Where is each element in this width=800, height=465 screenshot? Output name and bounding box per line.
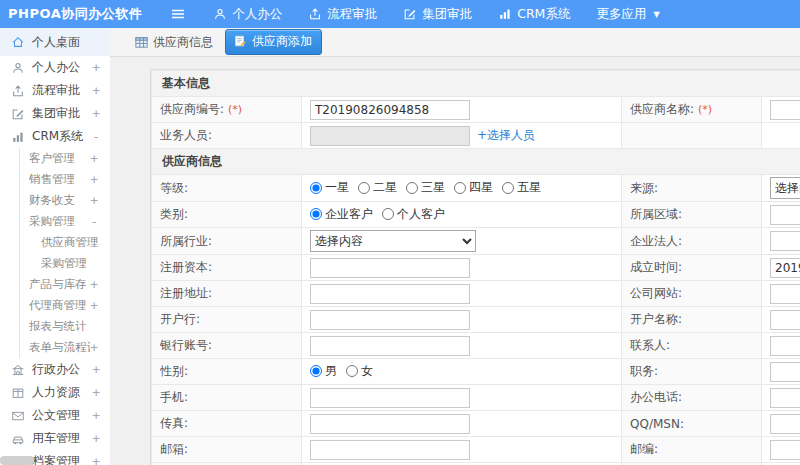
expand-toggle-icon[interactable]: + bbox=[90, 340, 98, 355]
expand-toggle-icon[interactable]: + bbox=[92, 362, 100, 377]
sidebar-item-sales-mgmt[interactable]: 销售管理+ bbox=[19, 169, 110, 190]
sidebar-item-crm-system[interactable]: CRM系统- bbox=[0, 125, 110, 148]
sidebar-item-label: 代理商管理 bbox=[29, 298, 90, 313]
tab-supplier-info[interactable]: 供应商信息 bbox=[134, 34, 213, 51]
account-name-input[interactable] bbox=[770, 310, 800, 330]
field-input-cell bbox=[762, 385, 800, 411]
sidebar-item-product-inventory[interactable]: 产品与库存+ bbox=[19, 274, 110, 295]
gender-radios-radio[interactable] bbox=[346, 365, 358, 377]
level-radios-option[interactable]: 五星 bbox=[502, 179, 541, 196]
website-input[interactable] bbox=[770, 284, 800, 304]
expand-toggle-icon[interactable]: + bbox=[92, 385, 100, 400]
menu-icon[interactable] bbox=[170, 6, 186, 22]
form-row: 开户行:开户名称: bbox=[152, 307, 800, 333]
category-radios-option[interactable]: 企业客户 bbox=[310, 206, 373, 223]
supplier-code-input[interactable] bbox=[310, 100, 470, 120]
expand-toggle-icon[interactable]: - bbox=[92, 129, 100, 144]
registered-capital-input[interactable] bbox=[310, 258, 470, 278]
level-radios-radio[interactable] bbox=[310, 182, 322, 194]
sidebar-item-customer-mgmt[interactable]: 客户管理+ bbox=[19, 148, 110, 169]
category-radios-radio[interactable] bbox=[382, 208, 394, 220]
zip-input[interactable] bbox=[770, 440, 800, 460]
expand-toggle-icon[interactable]: + bbox=[90, 193, 98, 208]
bank-input[interactable] bbox=[310, 310, 470, 330]
field-label-cell: 开户名称: bbox=[622, 307, 762, 333]
staff-input[interactable] bbox=[310, 126, 470, 146]
topnav-workflow-approval[interactable]: 流程审批 bbox=[295, 0, 390, 28]
expand-toggle-icon[interactable]: + bbox=[90, 172, 98, 187]
expand-toggle-icon[interactable]: - bbox=[90, 214, 98, 229]
tab-supplier-add[interactable]: 供应商添加 bbox=[225, 29, 322, 55]
category-radios-radio[interactable] bbox=[310, 208, 322, 220]
form-row: 类别:企业客户个人客户所属区域: bbox=[152, 202, 800, 228]
source-select[interactable]: 选择内容 bbox=[770, 177, 800, 199]
field-label-cell: 所属区域: bbox=[622, 202, 762, 228]
sidebar-scrollbar-thumb[interactable] bbox=[0, 456, 34, 465]
contact-input[interactable] bbox=[770, 336, 800, 356]
sidebar-item-purchase-mgmt[interactable]: 采购管理- bbox=[19, 211, 110, 232]
legal-person-input[interactable] bbox=[770, 231, 800, 251]
email-input[interactable] bbox=[310, 440, 470, 460]
region-input[interactable] bbox=[770, 205, 800, 225]
level-radios-radio[interactable] bbox=[454, 182, 466, 194]
expand-toggle-icon[interactable]: + bbox=[90, 151, 98, 166]
expand-toggle-icon[interactable]: + bbox=[90, 277, 98, 292]
category-radios-option[interactable]: 个人客户 bbox=[382, 206, 445, 223]
sidebar-item-document-mgmt[interactable]: 公文管理+ bbox=[0, 404, 110, 427]
sidebar-item-human-resources[interactable]: 人力资源+ bbox=[0, 381, 110, 404]
chart-icon bbox=[11, 130, 25, 144]
expand-toggle-icon[interactable]: + bbox=[92, 454, 100, 465]
fax-input[interactable] bbox=[310, 414, 470, 434]
sidebar-item-personal-office[interactable]: 个人办公+ bbox=[0, 56, 110, 79]
sidebar-item-label: 财务收支 bbox=[29, 193, 90, 208]
founded-date-input[interactable] bbox=[770, 258, 800, 278]
sidebar-item-vehicle-mgmt[interactable]: 用车管理+ bbox=[0, 427, 110, 450]
office-phone-input[interactable] bbox=[770, 388, 800, 408]
topnav-crm-system[interactable]: CRM系统 bbox=[485, 0, 583, 28]
sidebar-item-label: 客户管理 bbox=[29, 151, 90, 166]
expand-toggle-icon[interactable]: + bbox=[92, 83, 100, 98]
expand-toggle-icon[interactable]: + bbox=[90, 298, 98, 313]
level-radios-option[interactable]: 四星 bbox=[454, 179, 493, 196]
level-radios-option[interactable]: 一星 bbox=[310, 179, 349, 196]
sidebar-item-agent-mgmt[interactable]: 代理商管理+ bbox=[19, 295, 110, 316]
registered-address-input[interactable] bbox=[310, 284, 470, 304]
mobile-input[interactable] bbox=[310, 388, 470, 408]
level-radios-option[interactable]: 二星 bbox=[358, 179, 397, 196]
bank-account-input[interactable] bbox=[310, 336, 470, 356]
topnav-more-apps[interactable]: 更多应用 ▼ bbox=[583, 0, 672, 28]
expand-toggle-icon[interactable]: + bbox=[92, 431, 100, 446]
expand-toggle-icon[interactable]: + bbox=[92, 106, 100, 121]
gender-radios-option[interactable]: 男 bbox=[310, 363, 337, 380]
qq-msn-input[interactable] bbox=[770, 414, 800, 434]
field-label: 邮编: bbox=[630, 442, 658, 456]
level-radios-radio[interactable] bbox=[502, 182, 514, 194]
sidebar-item-workflow-approval[interactable]: 流程审批+ bbox=[0, 79, 110, 102]
sidebar-item-finance-inout[interactable]: 财务收支+ bbox=[19, 190, 110, 211]
topnav-personal-office[interactable]: 个人办公 bbox=[200, 0, 295, 28]
sidebar-item-procurement-mgmt[interactable]: 采购管理 bbox=[19, 253, 110, 274]
topnav-group-approval[interactable]: 集团审批 bbox=[390, 0, 485, 28]
sidebar-item-personal-desktop[interactable]: 个人桌面 bbox=[0, 28, 110, 56]
sidebar-item-reports-stats[interactable]: 报表与统计 bbox=[19, 316, 110, 337]
expand-toggle-icon[interactable]: + bbox=[92, 408, 100, 423]
position-input[interactable] bbox=[770, 362, 800, 382]
level-radios-radio[interactable] bbox=[406, 182, 418, 194]
field-label: 来源: bbox=[630, 181, 658, 195]
form-row: 供应商编号:(*)供应商名称:(*) bbox=[152, 97, 800, 123]
gender-radios-radio[interactable] bbox=[310, 365, 322, 377]
sidebar-item-admin-office[interactable]: 行政办公+ bbox=[0, 358, 110, 381]
supplier-name-input[interactable] bbox=[770, 100, 800, 120]
sidebar-item-group-approval[interactable]: 集团审批+ bbox=[0, 102, 110, 125]
field-input-cell bbox=[302, 255, 622, 281]
sidebar-item-label: 表单与流程设置 bbox=[29, 340, 90, 355]
expand-toggle-icon[interactable]: + bbox=[92, 60, 100, 75]
field-input-cell bbox=[762, 202, 800, 228]
industry-select[interactable]: 选择内容 bbox=[310, 230, 476, 252]
choose-staff-link[interactable]: +选择人员 bbox=[477, 128, 535, 142]
sidebar-item-form-flow-settings[interactable]: 表单与流程设置+ bbox=[19, 337, 110, 358]
sidebar-item-supplier-mgmt[interactable]: 供应商管理 bbox=[19, 232, 110, 253]
level-radios-option[interactable]: 三星 bbox=[406, 179, 445, 196]
gender-radios-option[interactable]: 女 bbox=[346, 363, 373, 380]
level-radios-radio[interactable] bbox=[358, 182, 370, 194]
